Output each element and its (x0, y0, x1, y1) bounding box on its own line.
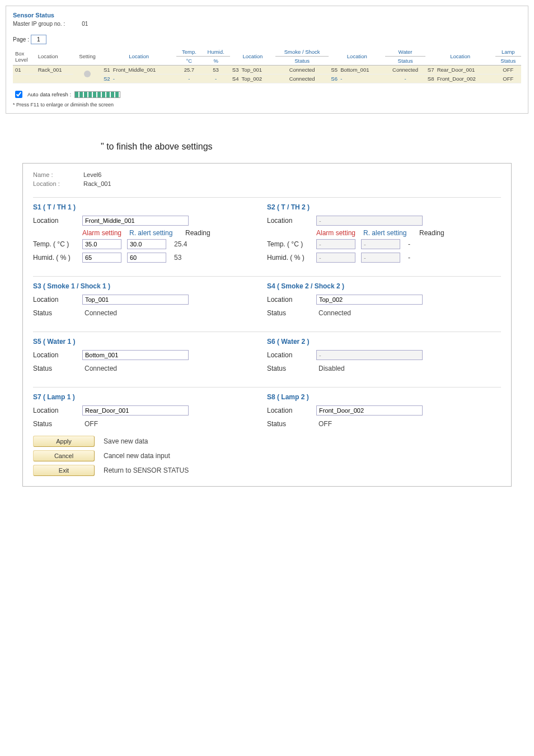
s8-location-input[interactable] (316, 405, 423, 416)
s5-block: S5 ( Water 1 ) Location Status Connected (33, 338, 267, 377)
s4-block: S4 ( Smoke 2 / Shock 2 ) Location Status… (267, 282, 501, 321)
caption-text: " to finish the above settings (101, 142, 534, 152)
s2-title: S2 ( T / TH 2 ) (267, 203, 501, 211)
th-lamp-status: Status (495, 57, 521, 66)
cancel-button[interactable]: Cancel (33, 450, 95, 461)
auto-refresh-label: Auto data refresh : (27, 91, 71, 97)
auto-refresh-checkbox[interactable] (15, 91, 22, 98)
sensor-status-panel: Sensor Status Master IP group no. : 01 P… (6, 6, 528, 114)
panel-title: Sensor Status (13, 12, 521, 18)
s4-loc-label: Location (267, 296, 311, 304)
cell-s8: S8 Front_Door_002 (425, 74, 495, 83)
s8-block: S8 ( Lamp 2 ) Location Status OFF (267, 393, 501, 432)
s7-status-label: Status (33, 420, 77, 428)
s6-title: S6 ( Water 2 ) (267, 338, 501, 346)
s2-humid-reading: - (406, 253, 413, 263)
cancel-desc: Cancel new data input (104, 452, 170, 460)
s4-title: S4 ( Smoke 2 / Shock 2 ) (267, 282, 501, 290)
s6-status-value: Disabled (316, 363, 347, 374)
s3-status-label: Status (33, 309, 77, 317)
cell-s1-humid: 53 (202, 66, 230, 74)
th-water-status: Status (385, 57, 425, 66)
s1-humid-alarm-input[interactable] (82, 253, 121, 263)
s6-loc-label: Location (267, 351, 311, 359)
s3-title: S3 ( Smoke 1 / Shock 1 ) (33, 282, 267, 290)
exit-button[interactable]: Exit (33, 465, 95, 476)
name-value: Level6 (83, 171, 101, 178)
s7-location-input[interactable] (82, 405, 189, 416)
cell-setting[interactable] (73, 66, 101, 83)
s7-title: S7 ( Lamp 1 ) (33, 393, 267, 401)
cell-s6-stat: - (385, 74, 425, 83)
s1-block: S1 ( T / TH 1 ) Location Alarm setting R… (33, 203, 267, 266)
th-box-level: BoxLevel (13, 48, 36, 66)
s2-reading-header: Reading (419, 229, 458, 237)
s3-block: S3 ( Smoke 1 / Shock 1 ) Location Status… (33, 282, 267, 321)
table-row[interactable]: 01 Rack_001 S1 Front_Middle_001 25.7 53 … (13, 66, 521, 74)
s1-location-input[interactable] (82, 216, 189, 226)
s1-temp-ralert-input[interactable] (127, 239, 166, 249)
s5-location-input[interactable] (82, 350, 189, 360)
th-humid: Humid. (202, 48, 230, 57)
location-label: Location : (33, 180, 77, 187)
s1-humid-ralert-input[interactable] (127, 253, 166, 263)
s8-status-value: OFF (316, 419, 334, 429)
th-setting: Setting (73, 48, 101, 66)
cell-rack: Rack_001 (36, 66, 73, 74)
s7-block: S7 ( Lamp 1 ) Location Status OFF (33, 393, 267, 432)
cell-s2-temp: - (176, 74, 202, 83)
s2-humid-alarm-input (316, 253, 355, 263)
cell-s2-humid: - (202, 74, 230, 83)
th-ss-status: Status (275, 57, 329, 66)
s8-title: S8 ( Lamp 2 ) (267, 393, 501, 401)
cell-s1-temp: 25.7 (176, 66, 202, 74)
s4-status-label: Status (267, 309, 311, 317)
s2-loc-label: Location (267, 217, 311, 225)
cell-s3: S3 Top_001 (230, 66, 275, 74)
th-humid-unit: % (202, 57, 230, 66)
cell-s4: S4 Top_002 (230, 74, 275, 83)
sensor-table: BoxLevel Location Setting Location Temp.… (13, 48, 521, 83)
exit-desc: Return to SENSOR STATUS (104, 466, 189, 474)
s3-status-value: Connected (82, 308, 119, 318)
gear-icon[interactable] (84, 71, 91, 77)
s4-location-input[interactable] (316, 295, 423, 305)
apply-button[interactable]: Apply (33, 436, 95, 447)
s2-humid-ralert-input (361, 253, 400, 263)
s7-status-value: OFF (82, 419, 100, 429)
s2-block: S2 ( T / TH 2 ) Location Alarm setting R… (267, 203, 501, 266)
s2-temp-alarm-input (316, 239, 355, 249)
cell-s2: S2 - (101, 74, 177, 83)
page-label: Page : (13, 36, 29, 43)
th-water: Water (385, 48, 425, 57)
s1-temp-label: Temp. ( °C ) (33, 240, 77, 248)
s1-temp-alarm-input[interactable] (82, 239, 121, 249)
th-smoke-shock: Smoke / Shock (275, 48, 329, 57)
cell-s4-stat: Connected (275, 74, 329, 83)
s5-loc-label: Location (33, 351, 77, 359)
cell-level: 01 (13, 66, 36, 74)
s1-reading-header: Reading (185, 229, 224, 237)
s7-loc-label: Location (33, 407, 77, 414)
footnote: * Press F11 to enlarge or diminish the s… (13, 102, 521, 108)
th-s-location: Location (101, 48, 177, 66)
page-input[interactable] (31, 35, 46, 44)
th-location: Location (36, 48, 73, 66)
cell-s8-stat: OFF (495, 74, 521, 83)
s2-alarm-header: Alarm setting (316, 229, 358, 237)
th-temp: Temp. (176, 48, 202, 57)
s5-status-label: Status (33, 365, 77, 372)
refresh-progress-icon (74, 91, 120, 98)
cell-s7-stat: OFF (495, 66, 521, 74)
th-l-location: Location (425, 48, 495, 66)
th-ss-location: Location (230, 48, 275, 66)
location-value: Rack_001 (83, 180, 111, 187)
s5-title: S5 ( Water 1 ) (33, 338, 267, 346)
cell-s6: S6 - (329, 74, 385, 83)
th-lamp: Lamp (495, 48, 521, 57)
s1-ralert-header: R. alert setting (129, 229, 180, 237)
s3-loc-label: Location (33, 296, 77, 304)
s2-ralert-header: R. alert setting (363, 229, 414, 237)
s5-status-value: Connected (82, 363, 119, 374)
s3-location-input[interactable] (82, 295, 189, 305)
